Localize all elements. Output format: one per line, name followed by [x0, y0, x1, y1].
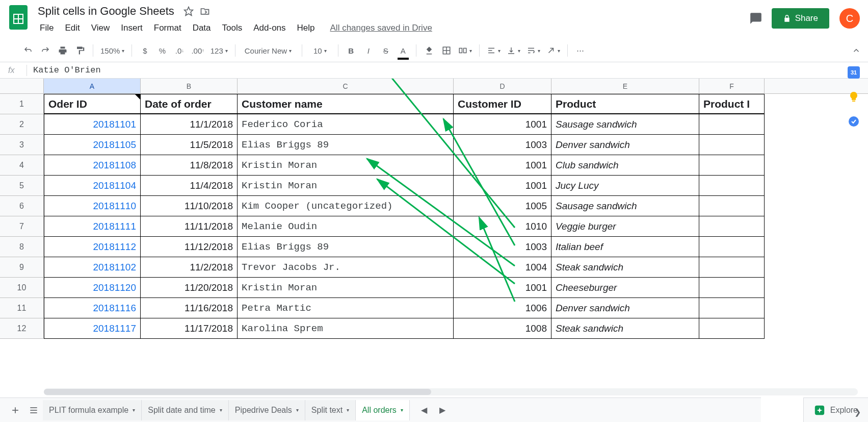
cell-order-id[interactable]: 20181117: [44, 318, 141, 339]
cell-product-extra[interactable]: [699, 176, 765, 196]
decrease-decimal-button[interactable]: .0↓: [172, 43, 187, 58]
menu-file[interactable]: File: [35, 21, 59, 35]
col-header-F[interactable]: F: [699, 79, 765, 93]
star-icon[interactable]: [183, 6, 194, 16]
cell-product[interactable]: Sausage sandwich: [551, 114, 699, 135]
col-header-D[interactable]: D: [454, 79, 551, 93]
sheet-tab[interactable]: Split date and time▾: [142, 400, 229, 420]
header-cell-B[interactable]: Date of order: [141, 94, 238, 114]
sheet-tab[interactable]: Pipedrive Deals▾: [229, 400, 305, 420]
row-header[interactable]: 7: [0, 216, 44, 237]
row-header[interactable]: 9: [0, 257, 44, 278]
spreadsheet-grid[interactable]: A B C D E F 1Oder IDDate of orderCustome…: [0, 79, 868, 344]
menu-format[interactable]: Format: [149, 21, 187, 35]
redo-button[interactable]: [38, 43, 53, 58]
select-all-corner[interactable]: [0, 79, 44, 93]
text-rotation-dropdown[interactable]: [544, 43, 562, 58]
cell-order-id[interactable]: 20181102: [44, 257, 141, 278]
col-header-A[interactable]: A: [44, 79, 141, 93]
cell-date[interactable]: 11/8/2018: [141, 155, 238, 176]
cell-product-extra[interactable]: [699, 298, 765, 318]
cell-product[interactable]: Steak sandwich: [551, 318, 699, 339]
sheet-tab[interactable]: PLIT formula example▾: [43, 400, 142, 420]
comments-icon[interactable]: [747, 10, 765, 27]
cell-product[interactable]: Denver sandwich: [551, 135, 699, 155]
all-sheets-button[interactable]: [24, 401, 43, 419]
side-panel-toggle-icon[interactable]: ❯: [854, 407, 861, 417]
sheet-tab[interactable]: All orders▾: [356, 400, 410, 420]
undo-button[interactable]: [20, 43, 36, 58]
zoom-dropdown[interactable]: 150%: [98, 43, 126, 58]
cell-customer-name[interactable]: Kim Cooper (uncategorized): [238, 196, 454, 216]
sheet-tab-menu-icon[interactable]: ▾: [347, 407, 349, 413]
cell-product-extra[interactable]: [699, 318, 765, 339]
menu-insert[interactable]: Insert: [116, 21, 148, 35]
calendar-addon-icon[interactable]: 31: [848, 66, 860, 79]
cell-customer-id[interactable]: 1004: [454, 257, 551, 278]
cell-customer-id[interactable]: 1001: [454, 155, 551, 176]
row-header[interactable]: 10: [0, 278, 44, 298]
menu-edit[interactable]: Edit: [60, 21, 85, 35]
share-button[interactable]: Share: [772, 8, 829, 29]
paint-format-button[interactable]: [72, 43, 88, 58]
cell-product-extra[interactable]: [699, 257, 765, 278]
vertical-align-dropdown[interactable]: [505, 43, 522, 58]
cell-date[interactable]: 11/16/2018: [141, 298, 238, 318]
cell-product[interactable]: Jucy Lucy: [551, 176, 699, 196]
cell-order-id[interactable]: 20181108: [44, 155, 141, 176]
header-cell-C[interactable]: Customer name: [238, 94, 454, 114]
col-header-E[interactable]: E: [551, 79, 699, 93]
add-sheet-button[interactable]: [6, 401, 24, 419]
sheet-tab[interactable]: Split text▾: [305, 400, 356, 420]
horizontal-scrollbar[interactable]: [44, 388, 858, 395]
currency-button[interactable]: $: [137, 43, 152, 58]
header-cell-F[interactable]: Product I: [699, 94, 765, 114]
cell-product[interactable]: Italian beef: [551, 237, 699, 257]
document-title[interactable]: Split cells in Google Sheets: [35, 4, 177, 19]
cell-product[interactable]: Club sandwich: [551, 155, 699, 176]
cell-customer-name[interactable]: Petra Martic: [238, 298, 454, 318]
row-header[interactable]: 3: [0, 135, 44, 155]
cell-customer-id[interactable]: 1006: [454, 298, 551, 318]
cell-product-extra[interactable]: [699, 114, 765, 135]
cell-order-id[interactable]: 20181104: [44, 176, 141, 196]
cell-customer-name[interactable]: Kristin Moran: [238, 278, 454, 298]
increase-decimal-button[interactable]: .00↑: [189, 43, 206, 58]
row-header[interactable]: 2: [0, 114, 44, 135]
sheet-tab-menu-icon[interactable]: ▾: [220, 407, 222, 413]
cell-customer-id[interactable]: 1001: [454, 278, 551, 298]
move-icon[interactable]: [200, 6, 210, 16]
scroll-tabs-left-button[interactable]: ◀: [415, 401, 433, 419]
merge-cells-dropdown[interactable]: [456, 43, 474, 58]
account-avatar[interactable]: C: [839, 8, 860, 29]
font-size-dropdown[interactable]: 10: [307, 43, 333, 58]
cell-order-id[interactable]: 20181110: [44, 196, 141, 216]
cell-order-id[interactable]: 20181112: [44, 237, 141, 257]
menu-view[interactable]: View: [86, 21, 115, 35]
cell-customer-name[interactable]: Melanie Oudin: [238, 216, 454, 237]
sheet-tab-menu-icon[interactable]: ▾: [296, 407, 299, 413]
cell-product[interactable]: Sausage sandwich: [551, 196, 699, 216]
italic-button[interactable]: I: [361, 43, 376, 58]
strikethrough-button[interactable]: S: [378, 43, 393, 58]
bold-button[interactable]: B: [344, 43, 359, 58]
cell-customer-name[interactable]: Trevor Jacobs Jr.: [238, 257, 454, 278]
cell-customer-name[interactable]: Kristin Moran: [238, 155, 454, 176]
cell-customer-name[interactable]: Elias Briggs 89: [238, 237, 454, 257]
font-family-dropdown[interactable]: Courier New: [241, 43, 297, 58]
save-status[interactable]: All changes saved in Drive: [330, 23, 432, 33]
text-wrap-dropdown[interactable]: [524, 43, 542, 58]
horizontal-align-dropdown[interactable]: [485, 43, 503, 58]
keep-addon-icon[interactable]: [848, 91, 860, 103]
cell-order-id[interactable]: 20181116: [44, 298, 141, 318]
cell-order-id[interactable]: 20181105: [44, 135, 141, 155]
cell-customer-name[interactable]: Elias Briggs 89: [238, 135, 454, 155]
menu-data[interactable]: Data: [188, 21, 216, 35]
cell-date[interactable]: 11/11/2018: [141, 216, 238, 237]
cell-product[interactable]: Cheeseburger: [551, 278, 699, 298]
menu-add-ons[interactable]: Add-ons: [248, 21, 291, 35]
row-header[interactable]: 6: [0, 196, 44, 216]
header-cell-D[interactable]: Customer ID: [454, 94, 551, 114]
cell-product[interactable]: Denver sandwich: [551, 298, 699, 318]
scroll-tabs-right-button[interactable]: ▶: [433, 401, 452, 419]
